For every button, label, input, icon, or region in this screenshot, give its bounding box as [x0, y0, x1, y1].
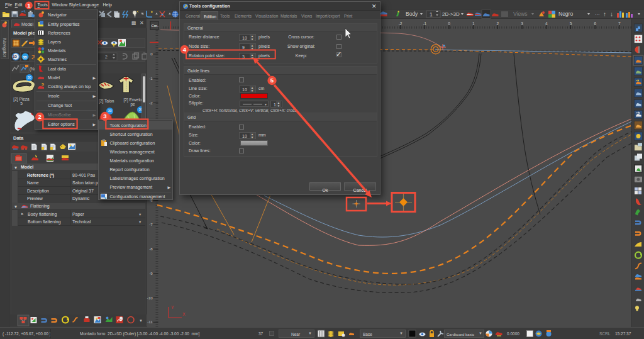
svg-text:3: 3	[521, 21, 523, 26]
svg-text:-8: -8	[149, 247, 153, 251]
svg-text:1D: 1D	[13, 55, 17, 58]
svg-text:▼: ▼	[139, 319, 143, 323]
svg-text:...: ...	[595, 10, 600, 16]
svg-text:-10: -10	[147, 296, 153, 300]
svg-text:1: 1	[430, 11, 433, 18]
svg-text:Negro: Negro	[558, 11, 573, 17]
svg-text:Body: Body	[406, 11, 418, 17]
svg-text:-2: -2	[149, 101, 153, 105]
svg-text:↑: ↑	[603, 11, 606, 18]
svg-text:X: X	[182, 312, 186, 316]
svg-text:2: 2	[105, 55, 108, 59]
svg-text:0: 0	[150, 52, 153, 56]
svg-text:3D: 3D	[23, 55, 27, 59]
svg-text:0: 0	[448, 21, 450, 26]
svg-text:-9: -9	[149, 272, 153, 275]
svg-text:7: 7	[618, 21, 621, 26]
svg-text:-7: -7	[149, 223, 153, 226]
svg-text:S: S	[42, 82, 44, 86]
svg-text:-1: -1	[423, 21, 426, 26]
svg-text:-1: -1	[149, 77, 153, 81]
svg-text:6: 6	[594, 21, 596, 26]
svg-text:Cm.: Cm.	[152, 24, 159, 28]
svg-text:5: 5	[570, 21, 572, 26]
svg-text:-11: -11	[147, 320, 153, 324]
svg-text:2D->3D: 2D->3D	[442, 11, 460, 17]
svg-text:1: 1	[472, 21, 475, 26]
svg-text:Views: Views	[513, 11, 528, 17]
svg-text:4: 4	[545, 21, 548, 26]
svg-text:-2: -2	[399, 21, 402, 26]
svg-text:Y: Y	[171, 305, 174, 309]
svg-text:2: 2	[497, 21, 499, 26]
svg-text:↓: ↓	[610, 11, 613, 18]
